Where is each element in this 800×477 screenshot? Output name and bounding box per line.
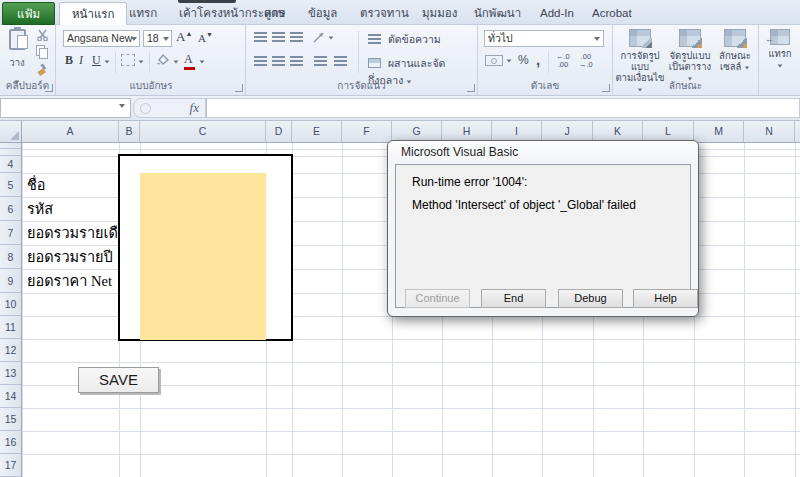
formula-input[interactable] (206, 98, 800, 118)
wrap-text-icon (368, 34, 381, 44)
gridline (22, 408, 800, 409)
col-header-A[interactable]: A (22, 121, 119, 142)
align-middle-icon[interactable] (272, 32, 285, 43)
number-format-combo[interactable]: ทั่วไป (484, 30, 604, 47)
group-styles: การจัดรูปแบบ ตามเงื่อนไข จัดรูปแบบ เป็นต… (613, 25, 759, 95)
highlighted-input-range[interactable] (140, 173, 266, 340)
gridline (22, 362, 800, 363)
italic-button[interactable]: I (79, 53, 83, 68)
underline-dropdown[interactable] (105, 60, 110, 63)
copy-icon[interactable] (36, 45, 45, 56)
group-insert-cells: ← แทรก (760, 25, 800, 95)
tab-view[interactable]: มุมมอง (410, 2, 469, 25)
grow-font-button[interactable]: A▲ (176, 29, 192, 45)
gridline (795, 143, 796, 477)
conditional-formatting-icon (629, 29, 651, 47)
increase-indent-icon[interactable] (334, 56, 347, 67)
group-clipboard: วาง คลิปบอร์ด (0, 25, 56, 95)
cell-A5[interactable]: ชื่อ (24, 173, 46, 197)
font-size-combo[interactable]: 18 (143, 30, 172, 47)
debug-button[interactable]: Debug (558, 289, 623, 308)
borders-dropdown[interactable] (139, 60, 144, 63)
tab-developer[interactable]: นักพัฒนา (462, 2, 533, 25)
vb-error-dialog: Microsoft Visual Basic Run-time error '1… (387, 140, 699, 317)
cut-icon[interactable] (36, 29, 49, 41)
paste-icon (9, 29, 26, 50)
tab-addin[interactable]: Add-In (528, 2, 586, 25)
cell-styles-icon (724, 29, 746, 47)
align-right-icon[interactable] (290, 56, 303, 67)
align-top-icon[interactable] (254, 32, 267, 43)
col-header-N[interactable]: N (744, 121, 795, 142)
number-dialog-launcher[interactable] (602, 84, 610, 92)
increase-decimal-button[interactable]: ←.0.00 (556, 53, 570, 69)
col-header-K[interactable]: K (593, 121, 643, 142)
font-color-dropdown[interactable] (200, 60, 205, 63)
col-header-E[interactable]: E (292, 121, 342, 142)
col-header-D[interactable]: D (266, 121, 292, 142)
insert-cells-button[interactable]: ← แทรก (760, 27, 800, 93)
orientation-icon[interactable] (312, 31, 326, 44)
align-bottom-icon[interactable] (290, 32, 303, 43)
paste-button[interactable]: วาง (5, 28, 29, 80)
comma-style-button[interactable]: , (536, 51, 540, 68)
col-header-M[interactable]: M (694, 121, 744, 142)
gridline (22, 454, 800, 455)
save-button[interactable]: SAVE (78, 367, 159, 393)
tab-formulas[interactable]: สูตร (252, 2, 297, 25)
dialog-title-bar[interactable]: Microsoft Visual Basic (388, 141, 698, 164)
col-header-C[interactable]: C (140, 121, 266, 142)
fill-color-dropdown[interactable] (174, 60, 179, 63)
font-color-icon[interactable]: A (184, 52, 195, 70)
font-name-combo[interactable]: Angsana New (63, 30, 140, 47)
select-all-corner[interactable] (0, 121, 22, 142)
merge-center-icon (368, 58, 381, 68)
tab-insert[interactable]: แทรก (117, 2, 169, 25)
decrease-indent-icon[interactable] (314, 56, 327, 67)
error-code-text: Run-time error '1004': (412, 175, 527, 189)
tab-file[interactable]: แฟ้ม (2, 2, 55, 25)
font-dialog-launcher[interactable] (235, 84, 243, 92)
alignment-dialog-launcher[interactable] (467, 84, 475, 92)
cell-A9[interactable]: ยอดราคา Net (24, 269, 112, 293)
format-as-table-icon (679, 29, 701, 47)
dialog-body: Run-time error '1004': Method 'Intersect… (395, 164, 691, 308)
wrap-text-button[interactable]: ตัดข้อความ (368, 31, 441, 48)
formula-bar: fx (0, 96, 800, 121)
underline-button[interactable]: U (92, 53, 101, 68)
align-center-icon[interactable] (272, 56, 285, 67)
tab-data[interactable]: ข้อมูล (296, 2, 349, 25)
shrink-font-button[interactable]: A▼ (198, 31, 213, 44)
gridline (22, 143, 23, 477)
group-alignment: ตัดข้อความ ผสานและจัดกึ่งกลาง การจัดแนว (246, 25, 478, 95)
percent-style-button[interactable]: % (518, 53, 529, 67)
col-header-L[interactable]: L (643, 121, 694, 142)
name-box-dropdown[interactable] (119, 104, 125, 108)
accounting-format-icon[interactable] (485, 55, 503, 66)
format-painter-icon[interactable] (36, 63, 48, 76)
col-header-J[interactable]: J (542, 121, 593, 142)
borders-icon[interactable] (121, 54, 135, 66)
end-button[interactable]: End (481, 289, 546, 308)
cell-A6[interactable]: รหัส (24, 197, 53, 221)
bold-button[interactable]: B (65, 53, 73, 68)
cell-A8[interactable]: ยอดรวมรายปี (24, 245, 113, 269)
tab-acrobat[interactable]: Acrobat (580, 2, 644, 25)
enter-cancel-icon (140, 103, 151, 114)
align-left-icon[interactable] (254, 56, 267, 67)
col-header-H[interactable]: H (442, 121, 492, 142)
gridline (22, 431, 800, 432)
decrease-decimal-button[interactable]: .00→.0 (579, 53, 593, 69)
name-box[interactable] (0, 98, 131, 118)
excel-window: แฟ้ม หน้าแรก แทรก เค้าโครงหน้ากระดาษ สูต… (0, 0, 800, 477)
alignment-group-label: การจัดแนว (246, 78, 477, 93)
insert-function-icon[interactable]: fx (190, 100, 199, 116)
col-header-F[interactable]: F (342, 121, 392, 142)
col-header-G[interactable]: G (392, 121, 442, 142)
help-button[interactable]: Help (633, 289, 698, 308)
continue-button: Continue (405, 289, 470, 308)
col-header-B[interactable]: B (119, 121, 140, 142)
clipboard-dialog-launcher[interactable] (45, 84, 53, 92)
fill-color-icon[interactable] (155, 52, 171, 67)
col-header-I[interactable]: I (492, 121, 542, 142)
